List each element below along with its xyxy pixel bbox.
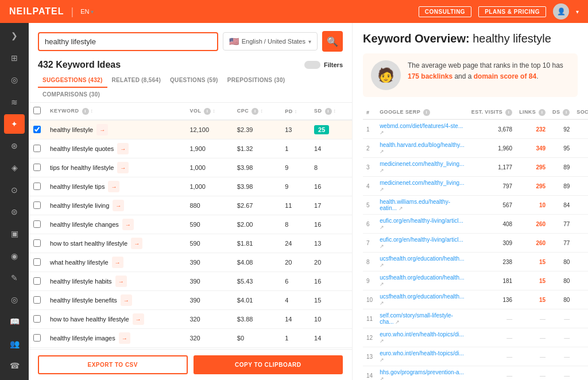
sidebar-item-reports[interactable]: ⊜ [4, 202, 25, 222]
serp-url-link[interactable]: eufic.org/en/healthy-living/articl... [380, 236, 463, 243]
serp-url-cell: euro.who.int/en/health-topics/di... ↗ [376, 328, 468, 347]
serp-visits-cell: 567 [468, 196, 516, 215]
tab-prepositions[interactable]: PREPOSITIONS (30) [223, 73, 290, 88]
row-checkbox-cell [29, 291, 45, 310]
filters-toggle[interactable]: Filters [304, 61, 343, 69]
sidebar-item-active[interactable]: ✦ [4, 114, 25, 134]
serp-th-links[interactable]: LINKS i [516, 106, 549, 119]
plans-pricing-button[interactable]: PLANS & PRICING [478, 6, 546, 17]
team-icon: 👥 [10, 339, 20, 348]
row-checkbox[interactable] [33, 277, 41, 285]
tab-questions[interactable]: QUESTIONS (59) [165, 73, 223, 88]
th-keyword[interactable]: KEYWORD i ↕ [45, 103, 185, 120]
sidebar-item-edit[interactable]: ✎ [4, 268, 25, 288]
serp-visits-cell: — [468, 366, 516, 381]
keyword-arrow-button[interactable]: → [133, 313, 144, 325]
tab-suggestions[interactable]: SUGGESTIONS (432) [38, 73, 107, 88]
external-link-icon: ↗ [380, 130, 384, 135]
tab-related[interactable]: RELATED (8,564) [107, 73, 165, 88]
row-cpc-cell: $1.81 [233, 234, 280, 253]
row-cpc-cell: $4.01 [233, 291, 280, 310]
th-cpc[interactable]: CPC i ↕ [233, 103, 280, 120]
serp-th-shares[interactable]: SOCIAL SHARES i [573, 106, 588, 119]
select-all-checkbox[interactable] [33, 107, 41, 114]
row-keyword-cell: what healthy lifestyle → [45, 253, 185, 272]
serp-url-link[interactable]: medicinenet.com/healthy_living... [380, 161, 464, 167]
country-selector[interactable]: 🇺🇸 English / United States ▾ [223, 32, 318, 51]
tab-comparisons[interactable]: COMPARISONS (30) [38, 88, 105, 102]
keyword-arrow-button[interactable]: → [113, 200, 124, 211]
serp-url-link[interactable]: self.com/story/small-lifestyle-cha... [380, 312, 453, 325]
keyword-arrow-button[interactable]: → [115, 276, 127, 287]
row-checkbox[interactable] [33, 220, 41, 228]
keyword-arrow-button[interactable]: → [119, 332, 130, 344]
keyword-arrow-button[interactable]: → [131, 238, 142, 249]
row-checkbox-cell [29, 310, 45, 329]
filters-toggle-switch[interactable] [304, 61, 320, 69]
serp-url-link[interactable]: health.harvard.edu/blog/healthy... [380, 142, 465, 148]
serp-url-link[interactable]: ucsfhealth.org/education/health... [380, 293, 464, 300]
link-icon: ◈ [11, 163, 18, 172]
row-checkbox[interactable] [33, 239, 41, 247]
sidebar-item-content[interactable]: ▣ [4, 224, 25, 243]
sidebar-item-team[interactable]: 👥 [4, 334, 25, 353]
serp-th-ds[interactable]: DS i [549, 106, 573, 119]
sidebar-item-backlinks[interactable]: ◈ [4, 158, 25, 177]
keyword-arrow-button[interactable]: → [121, 294, 132, 306]
sidebar-item-keywords[interactable]: ≋ [4, 92, 25, 112]
row-pd-cell: 6 [280, 272, 310, 291]
row-checkbox[interactable] [33, 334, 41, 342]
sidebar-item-users[interactable]: ⊙ [4, 180, 25, 200]
sidebar-item-analytics[interactable]: ◎ [4, 70, 25, 90]
serp-url-link[interactable]: webmd.com/diet/features/4-ste... [380, 123, 463, 129]
language-selector[interactable]: EN ▾ [80, 8, 94, 15]
keyword-arrow-button[interactable]: → [117, 143, 129, 154]
th-pd[interactable]: PD ↕ [280, 103, 310, 120]
keyword-arrow-button[interactable]: → [112, 257, 123, 268]
serp-url-link[interactable]: medicinenet.com/healthy_living... [380, 180, 464, 186]
sidebar-toggle-button[interactable]: ❯ [7, 28, 21, 44]
row-checkbox[interactable] [33, 296, 41, 304]
copy-clipboard-button[interactable]: COPY TO CLIPBOARD [194, 355, 343, 374]
sidebar-item-competitors[interactable]: ⊛ [4, 136, 25, 156]
keyword-count-bar: 432 Keyword Ideas Filters [29, 57, 352, 73]
search-input[interactable] [45, 37, 211, 46]
sidebar-item-target[interactable]: ◎ [4, 290, 25, 309]
serp-url-link[interactable]: eufic.org/en/healthy-living/articl... [380, 218, 463, 224]
serp-visits-cell: — [468, 328, 516, 347]
keyword-arrow-button[interactable]: → [122, 219, 134, 230]
serp-url-link[interactable]: euro.who.int/en/health-topics/di... [380, 331, 464, 338]
row-checkbox[interactable] [33, 315, 41, 323]
keyword-arrow-button[interactable]: → [108, 181, 119, 192]
search-icon: 🔍 [327, 36, 338, 47]
th-vol[interactable]: VOL i ↕ [185, 103, 232, 120]
sidebar-item-book[interactable]: 📖 [4, 312, 25, 331]
avatar[interactable]: 👤 [553, 3, 569, 20]
search-button[interactable]: 🔍 [322, 31, 343, 52]
row-checkbox[interactable] [33, 145, 41, 152]
row-checkbox[interactable] [33, 183, 41, 190]
search-input-wrapper[interactable] [38, 32, 218, 51]
sidebar-item-rank[interactable]: ◉ [4, 246, 25, 265]
serp-url-link[interactable]: euro.who.int/en/health-topics/di... [380, 350, 464, 356]
keyword-arrow-button[interactable]: → [96, 124, 108, 135]
th-sd[interactable]: SD i ↕ [310, 103, 352, 120]
serp-url-link[interactable]: hhs.gov/programs/prevention-a... [380, 369, 464, 375]
overview-text-2: and a [452, 72, 474, 80]
row-checkbox[interactable] [33, 164, 41, 171]
row-sd-cell: 8 [310, 158, 352, 177]
row-checkbox[interactable] [33, 126, 41, 133]
consulting-button[interactable]: CONSULTING [419, 6, 471, 17]
serp-th-visits[interactable]: EST. VISITS i [468, 106, 516, 119]
sidebar-item-dashboard[interactable]: ⊞ [4, 48, 25, 68]
serp-url-link[interactable]: ucsfhealth.org/education/health... [380, 274, 464, 281]
row-checkbox[interactable] [33, 258, 41, 266]
serp-url-link[interactable]: ucsfhealth.org/education/health... [380, 255, 464, 262]
keyword-arrow-button[interactable]: → [117, 162, 129, 173]
sidebar-item-contact[interactable]: ☎ [4, 356, 25, 375]
serp-links-cell: — [516, 309, 549, 328]
serp-url-link[interactable]: health.williams.edu/healthy-eatin... [380, 199, 450, 211]
export-csv-button[interactable]: EXPORT TO CSV [38, 355, 188, 374]
row-checkbox[interactable] [33, 201, 41, 209]
serp-th-url[interactable]: GOOGLE SERP i [376, 106, 468, 119]
